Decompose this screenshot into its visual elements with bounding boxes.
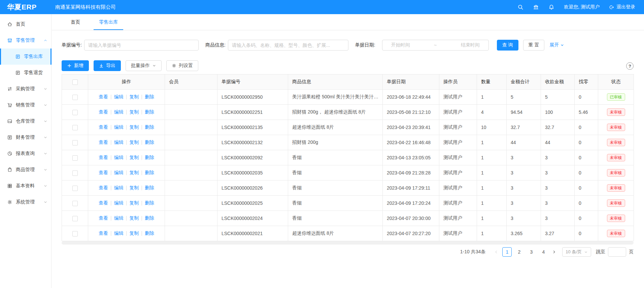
select-all-checkbox[interactable] <box>72 79 78 85</box>
copy-link[interactable]: 复制 <box>129 94 139 99</box>
bill-no-input[interactable] <box>84 40 199 51</box>
copy-link[interactable]: 复制 <box>129 230 139 236</box>
reset-button[interactable]: 重 置 <box>523 40 545 51</box>
sidebar-item-report-query[interactable]: 报表查询 <box>0 146 51 162</box>
next-page-button[interactable] <box>549 247 559 257</box>
bill-no-label: 单据编号: <box>62 42 82 48</box>
page-size-select[interactable]: 10 条/页 <box>562 247 591 257</box>
tab-home[interactable]: 首页 <box>65 14 86 30</box>
qty-cell: 1 <box>477 226 507 241</box>
sidebar-item-system-management[interactable]: 系统管理 <box>0 194 51 210</box>
view-link[interactable]: 查看 <box>99 200 108 205</box>
view-link[interactable]: 查看 <box>99 185 108 190</box>
row-checkbox[interactable] <box>72 186 78 191</box>
row-checkbox[interactable] <box>72 125 78 130</box>
view-link[interactable]: 查看 <box>99 170 108 175</box>
page-number-2[interactable]: 2 <box>514 247 524 257</box>
table-body: 查看|编辑|复制|删除 LSCK00000002950 美汁源果粒橙 500ml… <box>62 90 634 241</box>
help-button[interactable]: ? <box>626 62 634 70</box>
row-checkbox[interactable] <box>72 231 78 236</box>
view-link[interactable]: 查看 <box>99 94 108 99</box>
edit-link[interactable]: 编辑 <box>114 215 124 221</box>
sidebar-item-purchase-management[interactable]: 采购管理 <box>0 81 51 97</box>
edit-link[interactable]: 编辑 <box>114 185 124 190</box>
row-checkbox[interactable] <box>72 155 78 161</box>
edit-link[interactable]: 编辑 <box>114 230 124 236</box>
logout-button[interactable]: 退出登录 <box>609 4 635 10</box>
sidebar-item-home[interactable]: 首页 <box>0 16 51 32</box>
sidebar-item-label: 零售出库 <box>24 54 43 60</box>
prev-page-button[interactable] <box>492 247 501 257</box>
change-cell: 0 <box>575 211 598 226</box>
view-link[interactable]: 查看 <box>99 155 108 160</box>
row-checkbox[interactable] <box>72 216 78 221</box>
copy-link[interactable]: 复制 <box>129 215 139 221</box>
doc-icon <box>15 54 21 59</box>
search-icon[interactable] <box>517 4 523 10</box>
sidebar-item-sales-management[interactable]: 销售管理 <box>0 97 51 113</box>
page-number-1[interactable]: 1 <box>502 247 512 257</box>
view-link[interactable]: 查看 <box>99 215 108 221</box>
view-link[interactable]: 查看 <box>99 124 108 130</box>
sidebar-item-retail-outbound[interactable]: 零售出库 <box>0 49 51 65</box>
delete-link[interactable]: 删除 <box>145 215 154 221</box>
date-range-input[interactable]: 开始时间 ~ 结束时间 <box>382 40 489 51</box>
delete-link[interactable]: 删除 <box>145 139 154 145</box>
sidebar-item-retail-management[interactable]: 零售管理 <box>0 32 51 49</box>
edit-link[interactable]: 编辑 <box>114 200 124 205</box>
copy-link[interactable]: 复制 <box>129 139 139 145</box>
row-checkbox[interactable] <box>72 170 78 176</box>
edit-link[interactable]: 编辑 <box>114 139 124 145</box>
sidebar-item-retail-return[interactable]: 零售退货 <box>0 65 51 81</box>
copy-link[interactable]: 复制 <box>129 124 139 130</box>
copy-link[interactable]: 复制 <box>129 109 139 115</box>
bank-icon[interactable] <box>533 4 539 10</box>
edit-link[interactable]: 编辑 <box>114 155 124 160</box>
bell-icon[interactable] <box>548 4 554 10</box>
page-number-3[interactable]: 3 <box>527 247 536 257</box>
col-status: 状态 <box>598 74 634 90</box>
table-row: 查看|编辑|复制|删除 LSCK00000002950 美汁源果粒橙 500ml… <box>62 90 634 105</box>
copy-link[interactable]: 复制 <box>129 155 139 160</box>
sidebar-item-finance-management[interactable]: 财务管理 <box>0 129 51 146</box>
row-checkbox[interactable] <box>72 201 78 206</box>
delete-link[interactable]: 删除 <box>145 230 154 236</box>
delete-link[interactable]: 删除 <box>145 155 154 160</box>
jump-page-input[interactable] <box>608 247 626 257</box>
copy-link[interactable]: 复制 <box>129 170 139 175</box>
row-checkbox[interactable] <box>72 140 78 146</box>
sidebar-item-product-management[interactable]: 商品管理 <box>0 162 51 178</box>
tab-retail-outbound[interactable]: 零售出库 <box>94 14 123 30</box>
view-link[interactable]: 查看 <box>99 139 108 145</box>
sidebar-item-basic-data[interactable]: 基本资料 <box>0 178 51 194</box>
copy-link[interactable]: 复制 <box>129 185 139 190</box>
copy-link[interactable]: 复制 <box>129 200 139 205</box>
edit-link[interactable]: 编辑 <box>114 170 124 175</box>
table-horizontal-scrollbar[interactable] <box>62 241 634 245</box>
welcome-text: 欢迎您, 测试用户 <box>564 4 600 10</box>
row-checkbox[interactable] <box>72 95 78 100</box>
product-info-input[interactable] <box>228 40 348 51</box>
delete-link[interactable]: 删除 <box>145 94 154 99</box>
row-checkbox[interactable] <box>72 110 78 115</box>
delete-link[interactable]: 删除 <box>145 200 154 205</box>
add-button[interactable]: 新增 <box>62 60 89 71</box>
delete-link[interactable]: 删除 <box>145 170 154 175</box>
delete-link[interactable]: 删除 <box>145 124 154 130</box>
column-settings-button[interactable]: 列设置 <box>166 60 198 71</box>
view-link[interactable]: 查看 <box>99 109 108 115</box>
chevron-down-icon <box>43 168 47 172</box>
export-button[interactable]: 导出 <box>94 60 121 71</box>
edit-link[interactable]: 编辑 <box>114 109 124 115</box>
page-number-4[interactable]: 4 <box>539 247 548 257</box>
view-link[interactable]: 查看 <box>99 230 108 236</box>
search-button[interactable]: 查 询 <box>497 40 518 51</box>
delete-link[interactable]: 删除 <box>145 185 154 190</box>
edit-link[interactable]: 编辑 <box>114 94 124 99</box>
batch-actions-button[interactable]: 批量操作 <box>126 60 162 71</box>
sidebar-item-warehouse-management[interactable]: 仓库管理 <box>0 113 51 129</box>
edit-link[interactable]: 编辑 <box>114 124 124 130</box>
expand-link[interactable]: 展开 <box>549 42 564 48</box>
delete-link[interactable]: 删除 <box>145 109 154 115</box>
chevron-down-icon <box>43 200 47 204</box>
